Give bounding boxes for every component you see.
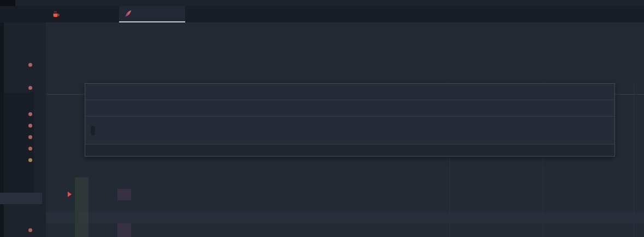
tab-pom-xml[interactable] xyxy=(119,6,185,22)
maven-icon xyxy=(125,10,132,18)
hover-documentation xyxy=(85,117,615,144)
title-bar xyxy=(0,0,644,6)
tab-fileutils-java[interactable] xyxy=(46,6,116,22)
error-message xyxy=(85,84,615,100)
inline-code-chip xyxy=(91,126,95,135)
current-line-highlight xyxy=(46,212,644,223)
error-message xyxy=(85,100,615,117)
marker-dot[interactable] xyxy=(28,86,32,90)
gutter-heatmap-block xyxy=(117,223,131,237)
indent-guide xyxy=(634,82,634,237)
marker-dot[interactable] xyxy=(28,124,32,128)
gutter-heatmap-block xyxy=(117,189,131,200)
left-panel-block xyxy=(0,93,34,193)
marker-dot[interactable] xyxy=(28,158,32,162)
marker-dot[interactable] xyxy=(28,112,32,116)
title-bar-corner xyxy=(0,0,15,6)
left-current-line-highlight xyxy=(0,193,42,204)
editor-window xyxy=(0,0,644,237)
marker-dot[interactable] xyxy=(28,135,32,139)
adjacent-editor-edge xyxy=(0,22,46,237)
marker-dot[interactable] xyxy=(28,147,32,151)
more-actions-icon[interactable] xyxy=(21,6,39,22)
git-gutter-heatmap xyxy=(79,177,88,237)
marker-dot[interactable] xyxy=(28,228,32,232)
java-icon xyxy=(52,10,60,18)
hover-action-bar xyxy=(85,144,615,156)
marker-dot[interactable] xyxy=(28,63,32,67)
error-arrow-icon xyxy=(68,192,72,197)
element-description xyxy=(91,126,609,135)
left-panel-divider xyxy=(0,22,4,237)
hover-tooltip xyxy=(85,83,615,157)
git-gutter-added xyxy=(75,177,79,237)
